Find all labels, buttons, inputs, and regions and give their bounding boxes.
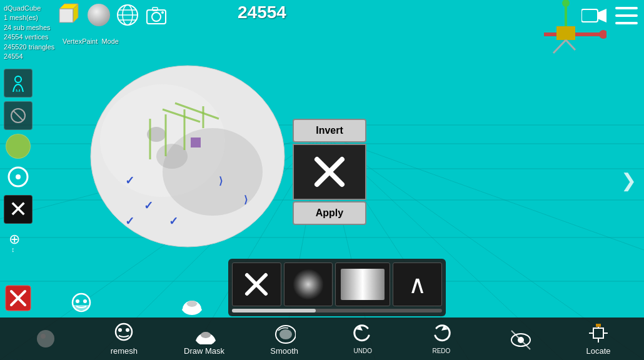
apply-button[interactable]: Apply <box>293 201 366 225</box>
svg-point-47 <box>152 12 161 21</box>
svg-text:⟩: ⟩ <box>244 194 248 205</box>
no-entry-icon[interactable] <box>4 101 33 130</box>
brush-progress-bar[interactable] <box>232 309 442 312</box>
brush-progress-fill <box>232 309 316 312</box>
toolbar-drawmask-label: Draw Mask <box>184 346 224 356</box>
camera-icon[interactable] <box>145 4 168 26</box>
toolbar-smooth-icon <box>273 322 296 344</box>
top-icons <box>56 2 168 28</box>
svg-point-77 <box>187 301 197 307</box>
toolbar-hide-faces[interactable] <box>501 328 538 350</box>
svg-point-59 <box>15 76 21 82</box>
mesh-thumbnail-item[interactable] <box>27 328 64 350</box>
model-icon[interactable]: M <box>4 69 33 98</box>
svg-point-75 <box>76 299 79 303</box>
svg-rect-96 <box>596 324 601 327</box>
svg-text:M: M <box>16 88 21 92</box>
x-tool[interactable]: ✕ <box>4 195 33 224</box>
svg-point-79 <box>41 334 46 339</box>
mesh-info: dQuadCube 1 mesh(es) 24 sub meshes 24554… <box>4 4 54 61</box>
toolbar-smooth[interactable]: Smooth <box>266 322 303 356</box>
viewport: ✓ ✓ ✓ ✓ ⟩ ⟩ dQuadCube 1 mesh(es) 24 sub … <box>0 0 644 360</box>
invert-panel: Invert Apply <box>293 119 366 225</box>
svg-point-76 <box>83 299 87 303</box>
vertices: 24554 vertices <box>4 32 54 42</box>
svg-point-64 <box>16 174 21 179</box>
svg-rect-35 <box>191 138 201 148</box>
hamburger-menu[interactable] <box>615 7 638 24</box>
left-tool-panel: M ✕ ⊕ ↕ <box>4 69 33 256</box>
mesh-thumbnail <box>34 328 57 350</box>
svg-rect-56 <box>556 26 575 40</box>
globe-icon[interactable] <box>116 4 139 26</box>
svg-text:⟩: ⟩ <box>219 176 223 186</box>
svg-point-85 <box>279 329 292 339</box>
svg-point-81 <box>118 328 122 332</box>
mesh-count: 1 mesh(es) <box>4 13 54 22</box>
colored-cube-icon[interactable] <box>56 2 81 28</box>
svg-point-83 <box>201 332 211 338</box>
brush-chevron[interactable]: ∧ <box>393 262 442 306</box>
move-tool[interactable]: ⊕ ↕ <box>4 228 33 256</box>
toolbar-undo-icon <box>351 323 374 346</box>
toolbar-smooth-label: Smooth <box>270 346 298 356</box>
brush-options: ∧ <box>232 262 442 306</box>
app-title: dQuadCube <box>4 4 54 13</box>
toolbar-locate-label: Locate <box>586 346 611 356</box>
toolbar-redo-icon <box>430 323 453 346</box>
svg-point-78 <box>37 330 54 348</box>
brush-gradient[interactable] <box>335 262 390 306</box>
toolbar-hide-icon <box>508 328 531 350</box>
sphere-icon[interactable] <box>88 4 110 26</box>
svg-rect-38 <box>59 9 73 22</box>
brush-x[interactable] <box>232 262 281 306</box>
svg-point-55 <box>599 30 606 39</box>
delete-button[interactable] <box>4 284 33 315</box>
svg-point-82 <box>126 328 129 332</box>
transform-gizmo <box>519 0 606 62</box>
toolbar-locate[interactable]: Locate <box>580 322 617 356</box>
svg-point-20 <box>163 128 263 216</box>
toolbar-drawmask-icon <box>193 322 216 344</box>
svg-point-80 <box>116 324 132 340</box>
svg-text:✓: ✓ <box>125 174 134 187</box>
svg-text:✓: ✓ <box>144 199 153 212</box>
svg-text:⊕: ⊕ <box>9 231 20 247</box>
ring-tool[interactable] <box>4 162 33 191</box>
sub-meshes: 24 sub meshes <box>4 23 54 32</box>
triangles: 245520 triangles <box>4 42 54 52</box>
toolbar-undo-label: UNDO <box>354 348 372 354</box>
toolbar-locate-icon <box>587 322 610 344</box>
svg-line-62 <box>13 111 23 121</box>
toolbar-redo[interactable]: REDO <box>423 323 460 354</box>
svg-text:✓: ✓ <box>169 215 178 228</box>
id-count: 24554 <box>4 52 54 61</box>
svg-point-53 <box>562 0 570 7</box>
toolbar-remesh-icon <box>113 322 135 344</box>
drawmask-icon[interactable] <box>178 292 206 315</box>
brush-soft[interactable] <box>284 262 333 306</box>
toolbar-undo[interactable]: UNDO <box>344 323 381 354</box>
invert-preview <box>293 144 366 200</box>
remesh-icon[interactable] <box>69 292 94 315</box>
svg-point-49 <box>161 11 164 14</box>
brush-panel: ∧ <box>228 259 446 316</box>
invert-button[interactable]: Invert <box>293 119 366 142</box>
svg-rect-91 <box>593 328 603 338</box>
svg-rect-48 <box>153 8 158 11</box>
svg-text:↕: ↕ <box>11 246 15 253</box>
vertex-paint-label: VertexPaint Mode <box>63 38 119 45</box>
svg-point-21 <box>156 144 188 169</box>
toolbar-remesh[interactable]: remesh <box>105 322 143 356</box>
toolbar-redo-label: REDO <box>432 348 450 354</box>
svg-text:✓: ✓ <box>125 215 134 228</box>
drawmask-area <box>178 292 206 315</box>
right-arrow[interactable]: ❯ <box>621 169 636 191</box>
svg-line-58 <box>566 40 575 50</box>
svg-line-57 <box>553 40 566 53</box>
remesh-area <box>69 292 94 315</box>
skull-mesh: ✓ ✓ ✓ ✓ ⟩ ⟩ <box>75 59 300 253</box>
toolbar-remesh-label: remesh <box>111 346 138 356</box>
toolbar-drawmask[interactable]: Draw Mask <box>184 322 224 356</box>
green-dot-tool[interactable] <box>6 134 31 159</box>
